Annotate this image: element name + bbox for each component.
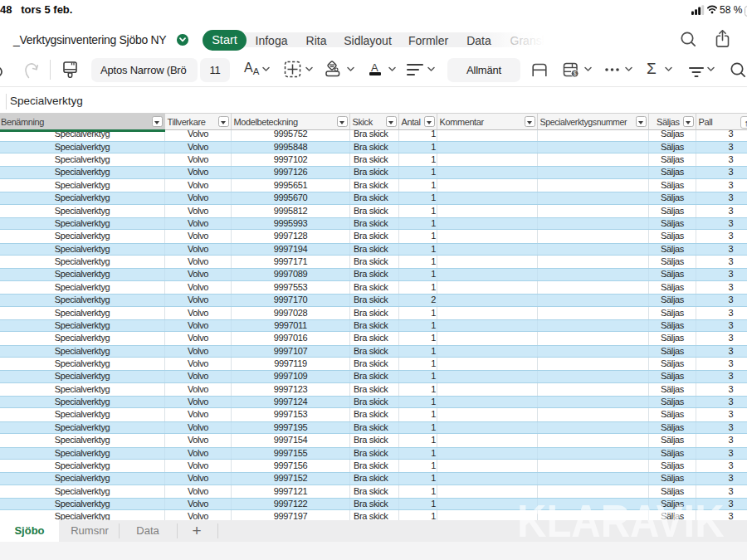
svg-text:$: $	[574, 71, 577, 76]
